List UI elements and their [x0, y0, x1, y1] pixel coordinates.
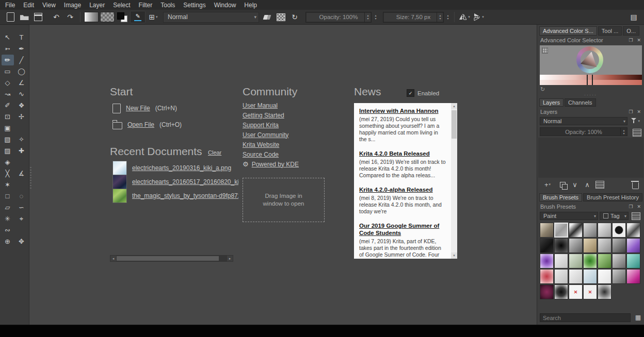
tool-bezier-curve[interactable]: ↝	[2, 89, 14, 99]
news-item-title[interactable]: Krita 4.2.0-alpha Released	[359, 186, 446, 193]
eraser-mode-button[interactable]	[261, 11, 273, 23]
brush-preset-b5[interactable]	[598, 223, 611, 238]
news-enabled-checkbox[interactable]: ✓ Enabled	[407, 89, 439, 97]
splitter-handle[interactable]	[30, 167, 31, 190]
scroll-down-icon[interactable]: ▾	[451, 252, 457, 259]
brush-preset-b20[interactable]	[612, 254, 626, 268]
brush-preset-b27[interactable]	[612, 269, 626, 284]
open-document-button[interactable]	[18, 11, 30, 23]
scrollbar-thumb[interactable]	[117, 256, 219, 261]
menu-edit[interactable]: Edit	[19, 2, 38, 9]
tool-dynamic-brush[interactable]: ✐	[2, 100, 14, 111]
brush-preset-b14[interactable]	[626, 238, 640, 253]
tool-elliptical-select[interactable]: ◌	[15, 191, 28, 201]
preserve-alpha-button[interactable]	[275, 11, 287, 23]
refresh-colors-icon[interactable]: ↻	[540, 86, 545, 93]
add-layer-button[interactable]: +▾	[540, 179, 555, 190]
dock-tab-tool[interactable]: Tool ...	[598, 26, 622, 36]
brush-dock-tab-brush-preset-history[interactable]: Brush Preset History	[583, 193, 642, 201]
size-stepper[interactable]: ▴▾	[445, 12, 450, 22]
recent-document-the-magic-stylus-by-tysontan-d9fp872-p[interactable]: the_magic_stylus_by_tysontan-d9fp872.p	[112, 189, 242, 203]
brush-preset-b3[interactable]	[569, 223, 583, 238]
mirror-vertical-button[interactable]: ▾	[472, 11, 485, 23]
scrollbar-thumb[interactable]	[452, 110, 457, 139]
community-link-user-community[interactable]: User Community	[243, 130, 288, 140]
brush-preset-b15[interactable]	[540, 254, 554, 268]
brush-preset-b13[interactable]	[612, 238, 626, 253]
drag-image-dropzone[interactable]: Drag Image in window to open	[243, 178, 325, 222]
close-docker-icon[interactable]: ✕	[637, 109, 641, 114]
news-scrollbar[interactable]: ▴ ▾	[451, 103, 457, 259]
tool-pan[interactable]: ✥	[15, 236, 28, 247]
community-link-source-code[interactable]: Source Code	[243, 149, 288, 159]
news-item[interactable]: Krita 4.2.0 Beta Released (mei 16, 2019)…	[354, 146, 451, 179]
pattern-chooser-button[interactable]	[100, 11, 115, 23]
tool-move[interactable]: ✢	[15, 111, 28, 122]
layer-opacity-slider[interactable]: Opacity: 100% ▴▾	[540, 127, 627, 136]
tool-calligraphy[interactable]: ✒	[15, 43, 28, 54]
new-file-link[interactable]: New File (Ctrl+N)	[112, 103, 177, 113]
tool-edit-shapes[interactable]: ➳	[2, 43, 14, 54]
clear-recent-link[interactable]: Clear	[208, 147, 221, 157]
menu-filter[interactable]: Filter	[135, 2, 157, 9]
community-link-user-manual[interactable]: User Manual	[243, 100, 288, 110]
community-link-krita-website[interactable]: Krita Website	[243, 140, 288, 149]
new-document-button[interactable]	[4, 11, 17, 23]
layer-properties-button[interactable]	[631, 127, 642, 138]
hue-ring[interactable]	[576, 46, 603, 73]
tool-transform[interactable]: ⊡	[2, 111, 14, 122]
tool-freehand-brush[interactable]: ✏	[2, 55, 14, 65]
tool-polyline[interactable]: ∠	[15, 77, 28, 88]
mirror-horizontal-button[interactable]: ▾	[458, 11, 471, 23]
brush-preset-b21[interactable]	[626, 254, 640, 268]
tool-fill[interactable]: ◈	[2, 157, 14, 167]
news-item[interactable]: Krita 4.2.0-alpha Released (mei 8, 2019)…	[354, 182, 451, 215]
scroll-right-icon[interactable]: ▸	[227, 256, 233, 261]
layer-blending-mode-combobox[interactable]: Normal ▾	[540, 117, 627, 125]
docker-resize-handle[interactable]: ·····	[537, 93, 644, 97]
tool-pattern-edit[interactable]: ▨	[2, 145, 14, 156]
brush-preset-b12[interactable]	[598, 238, 611, 253]
float-docker-icon[interactable]: ❐	[629, 109, 633, 114]
brush-preset-b30[interactable]	[554, 284, 568, 299]
brush-preset-b32[interactable]: ✕	[583, 284, 597, 299]
menu-image[interactable]: Image	[60, 2, 85, 9]
color-selector-area[interactable]	[540, 45, 642, 75]
layer-filter-funnel-icon[interactable]: ▾	[631, 117, 639, 124]
tool-select-shapes[interactable]: ↖	[2, 32, 14, 43]
brush-preset-b24[interactable]	[569, 269, 583, 284]
menu-tools[interactable]: Tools	[156, 2, 179, 9]
tool-multibrush[interactable]: ❖	[15, 100, 28, 111]
powered-by-kde-link[interactable]: ⚙ Powered by KDE	[243, 159, 299, 169]
tool-text[interactable]: T	[15, 32, 28, 43]
tool-crop[interactable]: ▣	[2, 123, 14, 133]
menu-file[interactable]: File	[1, 2, 19, 9]
brush-preset-b33[interactable]	[598, 284, 611, 299]
menu-select[interactable]: Select	[109, 2, 134, 9]
layer-list[interactable]	[538, 138, 643, 178]
brush-preset-b7[interactable]	[626, 223, 640, 238]
layers-dock-tab-layers[interactable]: Layers	[539, 98, 564, 107]
brush-preset-b25[interactable]	[583, 269, 597, 284]
tool-rectangle[interactable]: ▭	[2, 66, 14, 77]
brush-preset-b6[interactable]	[612, 223, 626, 238]
layer-properties-dialog-button[interactable]	[594, 179, 605, 190]
recent-document-electrichearts-20190316-kiki-a-png[interactable]: electrichearts_20190316_kiki_a.png	[112, 161, 242, 175]
redo-button[interactable]: ↷	[64, 11, 76, 23]
import-resource-icon[interactable]: ▦	[635, 314, 641, 321]
brush-preset-b11[interactable]	[583, 238, 597, 253]
duplicate-layer-button[interactable]	[557, 179, 568, 190]
brush-search-input[interactable]	[540, 313, 631, 322]
undo-button[interactable]: ↶	[50, 11, 62, 23]
blending-mode-combobox[interactable]: Normal ▾	[163, 12, 259, 23]
choose-workspace-button[interactable]: ⊞▾	[147, 11, 159, 23]
save-button[interactable]	[32, 11, 44, 23]
tool-ellipse[interactable]: ◯	[15, 66, 28, 77]
tool-polygonal-select[interactable]: ▱	[2, 202, 14, 213]
size-spin-arrows[interactable]: ▴▾	[437, 12, 443, 22]
brush-filter-combobox[interactable]: Paint ▾	[540, 212, 598, 220]
news-item-title[interactable]: Interview with Anna Hannon	[359, 107, 446, 114]
foreground-background-color-button[interactable]	[116, 11, 128, 23]
menu-layer[interactable]: Layer	[85, 2, 109, 9]
tool-rectangular-select[interactable]: □	[2, 191, 14, 201]
